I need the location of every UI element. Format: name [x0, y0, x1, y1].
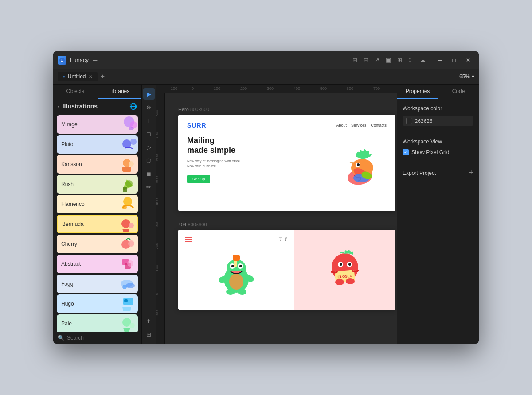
tab-libraries[interactable]: Libraries	[98, 85, 142, 99]
tab-properties[interactable]: Properties	[397, 85, 438, 99]
workspace-view-section: Workspace View ✓ Show Pixel Grid	[397, 132, 479, 162]
svg-point-46	[238, 289, 246, 295]
list-item[interactable]: Pale	[57, 314, 138, 332]
svg-point-42	[229, 274, 243, 290]
active-tab[interactable]: ● Untitled ✕	[58, 72, 98, 81]
upload-tool[interactable]: ⬆	[143, 315, 155, 327]
list-item[interactable]: Karlsson	[57, 155, 138, 174]
section-title: Illustrations	[63, 103, 127, 110]
app-window: L Lunacy ☰ ⊞ ⊟ ↗ ▣ ⊞ ☾ ☁ ─ □ ✕ ● Untitle…	[53, 51, 479, 344]
ruler-vtick: -500	[156, 176, 159, 184]
zoom-control[interactable]: 65% ▾	[459, 74, 474, 80]
mask-tool[interactable]: ◼	[143, 168, 155, 179]
color-swatch	[406, 118, 412, 124]
grid-tool[interactable]: ⊞	[143, 329, 155, 340]
list-item[interactable]: Rush	[57, 175, 138, 194]
frame-hero[interactable]: SURR About Services Contacts Mailingmade…	[178, 115, 395, 211]
hero-illustration	[329, 136, 387, 204]
item-label: Pale	[61, 321, 72, 327]
component-tool[interactable]: ▷	[143, 141, 155, 153]
list-item[interactable]: Bermuda	[57, 215, 138, 233]
zoom-level: 65%	[459, 74, 470, 80]
item-thumb	[113, 314, 138, 332]
svg-point-9	[129, 161, 134, 167]
hero-logo: SURR	[187, 122, 207, 129]
tab-objects[interactable]: Objects	[53, 85, 98, 99]
tab-close-button[interactable]: ✕	[89, 74, 92, 79]
ruler-vtick: 0	[156, 293, 159, 295]
list-item[interactable]: Hugo	[57, 294, 138, 313]
minimize-button[interactable]: ─	[434, 56, 446, 65]
back-button[interactable]: ‹	[58, 103, 60, 110]
svg-point-25	[124, 299, 128, 302]
svg-point-5	[122, 139, 131, 148]
svg-rect-8	[122, 167, 131, 172]
item-label: Bermuda	[62, 221, 84, 227]
list-item[interactable]: Cherry	[57, 235, 138, 253]
ruler-tick: 0	[192, 86, 194, 91]
svg-point-6	[130, 139, 137, 145]
nav-about: About	[336, 123, 347, 128]
hero-cta-button[interactable]: Sign Up	[187, 175, 210, 183]
transform-tool[interactable]: ⬡	[143, 155, 155, 166]
cloud-icon[interactable]: ☁	[418, 56, 427, 64]
tab-code[interactable]: Code	[438, 85, 479, 99]
error404-left: 𝕋 𝕗	[178, 230, 294, 310]
globe-icon[interactable]: 🌐	[129, 103, 137, 110]
item-thumb	[113, 135, 138, 154]
svg-point-27	[129, 323, 135, 328]
item-label: Pluto	[61, 141, 73, 147]
app-logo: L	[58, 56, 66, 65]
maximize-button[interactable]: □	[448, 56, 460, 65]
svg-point-10	[125, 180, 133, 187]
zoom-tool[interactable]: ⊕	[143, 101, 155, 113]
item-label: Mirage	[61, 121, 78, 128]
dots-icon[interactable]: ⊞	[395, 56, 404, 64]
menu-icon[interactable]: ☰	[92, 57, 98, 64]
rectangle-tool[interactable]: ◻	[143, 128, 155, 139]
nav-line	[185, 239, 192, 240]
frame-hero-label: Hero 800×600	[178, 107, 383, 112]
ruler-vtick: -100	[156, 265, 159, 273]
hero-body: Mailingmade simple New way of messaging …	[187, 136, 387, 204]
left-panel-tabs: Objects Libraries	[53, 85, 141, 99]
ruler-vtick: -400	[156, 198, 159, 206]
title-bar-right: ⊞ ⊟ ↗ ▣ ⊞ ☾ ☁ ─ □ ✕	[351, 56, 474, 65]
ruler-tick: 700	[373, 86, 380, 91]
pen-tool[interactable]: ✏	[143, 181, 155, 193]
add-tab-button[interactable]: +	[98, 71, 108, 82]
layout1-icon[interactable]: ⊞	[351, 56, 359, 64]
moon-icon[interactable]: ☾	[407, 56, 415, 64]
item-thumb	[113, 235, 138, 253]
export-add-button[interactable]: +	[469, 168, 473, 178]
list-item[interactable]: Pluto	[57, 135, 138, 154]
square-icon[interactable]: ▣	[384, 56, 393, 64]
select-tool[interactable]: ▶	[143, 88, 155, 100]
svg-point-4	[129, 127, 134, 130]
svg-point-45	[226, 289, 235, 295]
list-item[interactable]: Mirage	[57, 115, 138, 134]
grid-icon[interactable]: ⊟	[362, 56, 370, 64]
svg-rect-11	[123, 187, 127, 192]
arrow-up-icon[interactable]: ↗	[373, 56, 381, 64]
close-button[interactable]: ✕	[462, 56, 474, 65]
canvas-content[interactable]: -800 -700 -600 -500 -400 -300 -200 -100 …	[156, 93, 397, 344]
search-input[interactable]	[67, 335, 137, 341]
search-icon: 🔍	[58, 335, 64, 341]
svg-point-20	[127, 260, 133, 267]
text-tool[interactable]: T	[143, 115, 155, 126]
frame-404[interactable]: 𝕋 𝕗	[178, 230, 395, 310]
show-pixel-grid-row: ✓ Show Pixel Grid	[403, 149, 473, 155]
illustration-list: Mirage Pluto Karlsson	[53, 113, 141, 332]
list-item[interactable]: Abstract	[57, 255, 138, 273]
list-item[interactable]: Fogg	[57, 275, 138, 293]
hero-heading: Mailingmade simple	[187, 136, 322, 155]
color-input[interactable]: 262626	[403, 116, 473, 126]
nav-line	[185, 241, 192, 242]
svg-rect-44	[233, 255, 240, 261]
list-item[interactable]: Flamenco	[57, 195, 138, 213]
show-pixel-grid-checkbox[interactable]: ✓	[403, 149, 409, 155]
hero-text: Mailingmade simple New way of messaging …	[187, 136, 322, 204]
item-thumb	[113, 195, 138, 213]
item-label: Flamenco	[61, 201, 85, 207]
